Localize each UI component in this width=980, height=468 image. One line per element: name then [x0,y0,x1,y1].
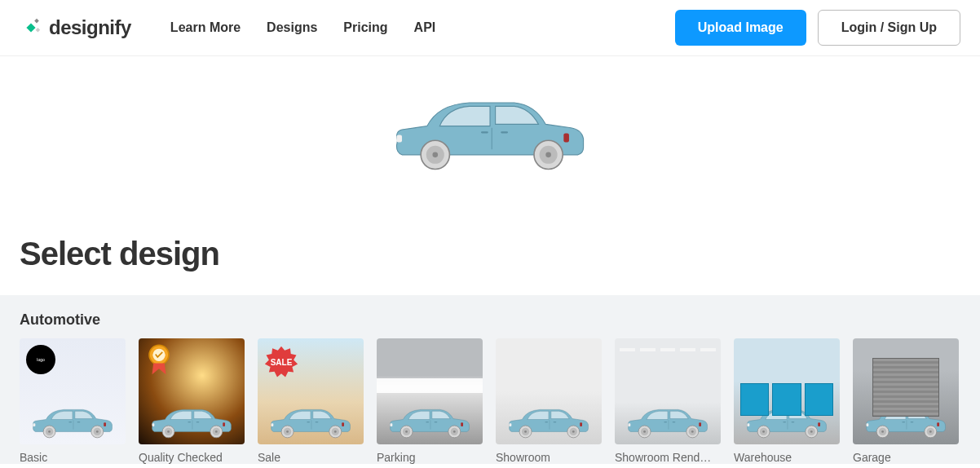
header-actions: Upload Image Login / Sign Up [675,10,960,46]
design-label: Showroom Rend… [615,451,721,464]
thumb-garage [853,338,959,444]
hero-preview [0,56,980,236]
design-item-showroom[interactable]: Showroom [496,338,602,464]
sale-badge-icon: SALE [264,345,298,379]
design-item-garage[interactable]: Garage [853,338,959,464]
uploaded-car-image [384,73,596,187]
design-item-parking[interactable]: Parking [377,338,483,464]
logo-icon [20,16,42,39]
thumb-parking [377,338,483,444]
logo-area[interactable]: designify [20,16,131,39]
select-design-section: Select design [0,236,980,272]
design-item-sale[interactable]: SALE Sale [258,338,364,464]
design-item-showroom-render[interactable]: Showroom Rend… [615,338,721,464]
thumb-basic: logo [20,338,126,444]
thumb-showroom-render [615,338,721,444]
design-item-warehouse[interactable]: Warehouse [734,338,840,464]
nav-pricing[interactable]: Pricing [343,20,387,35]
logo-badge-icon: logo [26,345,55,374]
ceiling-lights [615,348,721,351]
thumb-sale: SALE [258,338,364,444]
car-icon [385,403,475,439]
header: designify Learn More Designs Pricing API… [0,0,980,56]
design-label: Sale [258,451,364,464]
car-icon [623,403,713,439]
nav-designs[interactable]: Designs [267,20,317,35]
design-row: logo Basic Quality Checked [20,338,960,464]
car-icon [266,403,355,439]
design-label: Warehouse [734,451,840,464]
garage-door [872,358,939,417]
design-label: Garage [853,451,959,464]
login-signup-button[interactable]: Login / Sign Up [818,10,960,46]
designs-panel: Automotive logo Basic Quality Checked [0,295,980,464]
design-label: Parking [377,451,483,464]
section-title: Select design [20,236,960,272]
category-title: Automotive [20,311,960,329]
thumb-warehouse [734,338,840,444]
car-icon [28,403,117,439]
design-label: Quality Checked [139,451,245,464]
nav-api[interactable]: API [414,20,436,35]
design-label: Showroom [496,451,602,464]
car-icon [504,403,594,439]
thumb-quality [139,338,245,444]
upload-button[interactable]: Upload Image [675,10,806,46]
car-icon [147,403,236,439]
ribbon-badge-icon [145,343,173,379]
nav: Learn More Designs Pricing API [170,20,675,35]
nav-learn-more[interactable]: Learn More [170,20,241,35]
warehouse-doors [734,383,840,416]
parking-strip [377,378,483,393]
design-item-basic[interactable]: logo Basic [20,338,126,464]
thumb-showroom [496,338,602,444]
design-label: Basic [20,451,126,464]
design-item-quality-checked[interactable]: Quality Checked [139,338,245,464]
brand-name: designify [49,16,131,39]
